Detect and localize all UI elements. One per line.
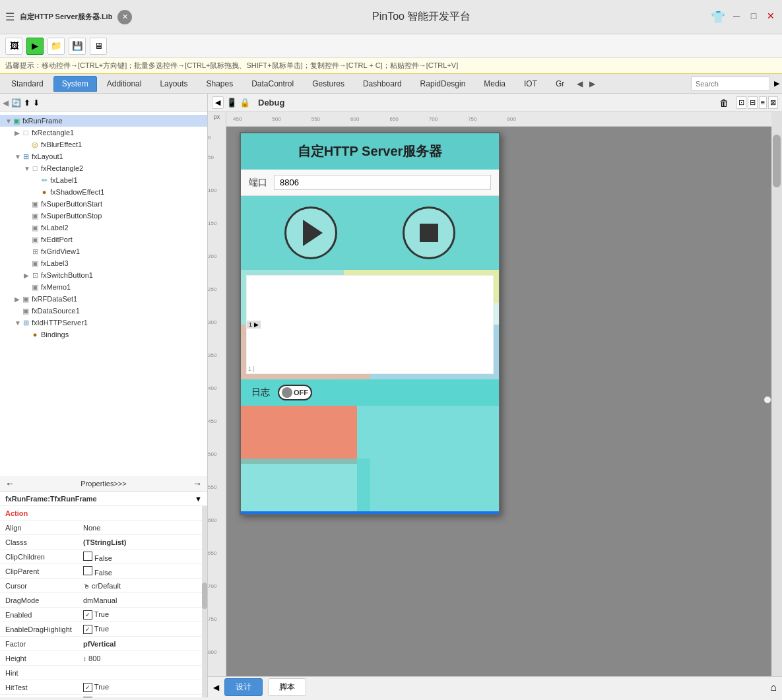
tree-item-fxRectangle1[interactable]: ▶ □ fxRectangle1 <box>0 127 207 139</box>
close-icon[interactable]: ✕ <box>117 10 132 24</box>
expand-fxRectangle1[interactable]: ▶ <box>15 129 21 137</box>
expand-fxRectangle2[interactable]: ▼ <box>24 165 30 172</box>
canvas-scroll-handle[interactable] <box>773 135 781 187</box>
tab-gestures[interactable]: Gestures <box>304 76 353 92</box>
tree-item-fxSwitchButton1[interactable]: ▶ ⊡ fxSwitchButton1 <box>0 269 207 281</box>
search-input[interactable] <box>691 77 770 91</box>
tree-item-fxDataSource1[interactable]: ▣ fxDataSource1 <box>0 305 207 317</box>
props-scrollbar[interactable] <box>202 506 207 697</box>
tree-item-fxRunFrame[interactable]: ▼ ▣ fxRunFrame <box>0 115 207 127</box>
prop-value-enabledraghighlight: True <box>79 623 207 635</box>
tree-item-fxShadowEffect1[interactable]: ● fxShadowEffect1 <box>0 186 207 198</box>
tree-item-Bindings[interactable]: ● Bindings <box>0 329 207 340</box>
tab-dashboard[interactable]: Dashboard <box>354 76 410 92</box>
tree-item-fxGridView1[interactable]: ⊞ fxGridView1 <box>0 245 207 257</box>
comp-icon-3[interactable]: ⬇ <box>33 98 40 108</box>
locked-checkbox[interactable] <box>83 697 92 698</box>
tab-rapiddesign[interactable]: RapidDesgin <box>412 76 474 92</box>
tree-item-fxLabel2[interactable]: ▣ fxLabel2 <box>0 222 207 234</box>
toolbar-save-button[interactable]: 💾 <box>69 38 86 55</box>
tab-additional[interactable]: Additional <box>98 76 150 92</box>
toolbar-btn-5[interactable]: 🖥 <box>90 38 107 55</box>
hamburger-menu[interactable]: ☰ <box>5 11 15 23</box>
prop-value-classs[interactable]: (TStringList) <box>79 537 207 548</box>
tab-shapes[interactable]: Shapes <box>197 76 242 92</box>
props-nav-left[interactable]: ← <box>5 478 15 489</box>
port-label: 端口 <box>249 177 267 189</box>
expand-fxRunFrame[interactable]: ▼ <box>5 117 12 125</box>
tree-item-fxBlurEffect1[interactable]: ◎ fxBlurEffect1 <box>0 139 207 150</box>
tab-datacontrol[interactable]: DataControl <box>243 76 302 92</box>
tab-standard[interactable]: Standard <box>3 76 52 92</box>
tab-script[interactable]: 脚本 <box>268 678 306 696</box>
port-input[interactable] <box>274 175 491 190</box>
clipchildren-checkbox[interactable] <box>83 552 92 561</box>
props-scroll-handle[interactable] <box>202 583 207 609</box>
canvas-content[interactable]: 自定HTTP Server服务器 端口 <box>226 127 771 676</box>
prop-name-dragmode: DragMode <box>0 595 79 606</box>
enabledraghighlight-checkbox[interactable] <box>83 625 92 634</box>
expand-fxLayout1[interactable]: ▼ <box>15 153 21 160</box>
minimize-button[interactable]: ─ <box>731 10 742 22</box>
comp-arrow-left[interactable]: ◀ <box>3 98 9 108</box>
align-btn-2[interactable]: ⊟ <box>748 96 758 109</box>
enabled-checkbox[interactable] <box>83 610 92 620</box>
tree-item-fxMemo1[interactable]: ▣ fxMemo1 <box>0 281 207 293</box>
home-icon[interactable]: ⌂ <box>770 682 777 693</box>
hittest-checkbox[interactable] <box>83 683 92 692</box>
tree-item-fxLayout1[interactable]: ▼ ⊞ fxLayout1 <box>0 150 207 162</box>
expand-fxRFDataSet1[interactable]: ▶ <box>15 296 21 303</box>
play-button[interactable] <box>284 207 337 259</box>
prop-row-cursor: Cursor 🖱 crDefault <box>0 579 207 593</box>
tab-media[interactable]: Media <box>475 76 514 92</box>
grid-icon: ⊞ <box>30 247 40 256</box>
tab-layouts[interactable]: Layouts <box>151 76 196 92</box>
tree-item-fxRFDataSet1[interactable]: ▶ ▣ fxRFDataSet1 <box>0 293 207 305</box>
title-bar-left: ☰ 自定HTTP Server服务器.Lib ✕ <box>5 10 132 24</box>
expand-fxIdHTTPServer1[interactable]: ▼ <box>15 319 21 327</box>
tree-item-fxSuperButtonStop[interactable]: ▣ fxSuperButtonStop <box>0 210 207 222</box>
scroll-dot <box>764 396 771 404</box>
align-btn-4[interactable]: ⊠ <box>768 96 778 109</box>
canvas-area: ◀ 📱 🔒 Debug 🗑 ⊡ ⊟ ≡ ⊠ px 0 5 <box>208 94 782 697</box>
align-btn-3[interactable]: ≡ <box>759 96 767 109</box>
prop-name-clipchildren: ClipChildren <box>0 552 79 562</box>
toolbar-btn-1[interactable]: 🖼 <box>5 38 22 55</box>
tree-item-fxLabel1[interactable]: ✏ fxLabel1 <box>0 174 207 186</box>
prop-value-locked: False <box>79 695 207 698</box>
tab-system[interactable]: System <box>53 76 97 92</box>
nav-next-arrow[interactable]: ▶ <box>587 78 598 90</box>
tab-design[interactable]: 设计 <box>224 678 263 696</box>
tree-item-fxSuperButtonStart[interactable]: ▣ fxSuperButtonStart <box>0 198 207 210</box>
prop-name-align: Align <box>0 523 79 533</box>
comp-icon-2[interactable]: ⬆ <box>24 98 30 108</box>
expand-fxSwitchButton1[interactable]: ▶ <box>24 272 30 279</box>
tree-item-fxEditPort[interactable]: ▣ fxEditPort <box>0 234 207 245</box>
log-label: 日志 <box>251 387 270 398</box>
alignment-buttons: ⊡ ⊟ ≡ ⊠ <box>736 96 778 109</box>
toolbar-run-button[interactable]: ▶ <box>26 38 44 55</box>
delete-icon[interactable]: 🗑 <box>719 98 729 108</box>
close-button[interactable]: ✕ <box>765 10 777 22</box>
tree-item-fxIdHTTPServer1[interactable]: ▼ ⊞ fxIdHTTPServer1 <box>0 317 207 329</box>
expand-right-arrow[interactable]: ▶ <box>774 79 779 88</box>
comp-icon-1[interactable]: 🔄 <box>11 98 21 108</box>
toolbar-btn-3[interactable]: 📁 <box>48 38 65 55</box>
nav-prev-arrow[interactable]: ◀ <box>574 78 585 90</box>
tshirt-icon: 👕 <box>711 10 725 24</box>
log-toggle[interactable]: OFF <box>278 385 312 400</box>
tab-iot[interactable]: IOT <box>515 76 546 92</box>
canvas-ctrl-btn-1[interactable]: ◀ <box>212 96 224 109</box>
tab-gr[interactable]: Gr <box>547 76 573 92</box>
align-btn-1[interactable]: ⊡ <box>736 96 746 109</box>
prop-value-clipchildren: False <box>79 550 207 563</box>
stop-button[interactable] <box>403 207 455 259</box>
bottom-nav-left[interactable]: ◀ <box>213 683 219 692</box>
props-class-dropdown[interactable]: ▼ <box>195 495 202 503</box>
maximize-button[interactable]: □ <box>748 10 760 22</box>
canvas-scrollbar[interactable] <box>771 112 782 676</box>
tree-item-fxRectangle2[interactable]: ▼ □ fxRectangle2 <box>0 162 207 174</box>
props-nav-right[interactable]: → <box>193 478 202 489</box>
clipparent-checkbox[interactable] <box>83 566 92 575</box>
tree-item-fxLabel3[interactable]: ▣ fxLabel3 <box>0 257 207 269</box>
